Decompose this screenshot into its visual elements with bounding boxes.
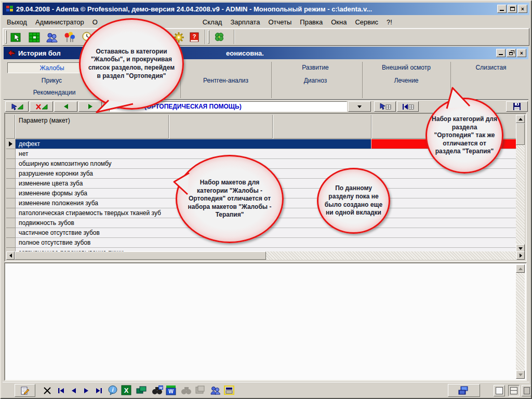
tab-lechenie[interactable]: Лечение bbox=[365, 77, 448, 85]
balloons-button[interactable] bbox=[62, 30, 77, 45]
mdi-restore-icon bbox=[509, 52, 513, 55]
nav-prev-icon bbox=[71, 388, 77, 394]
menu-sklad[interactable]: Склад bbox=[198, 17, 227, 27]
prev-arrow-icon bbox=[63, 103, 69, 110]
menu-okna[interactable]: Окна bbox=[327, 17, 351, 27]
prev-category-button[interactable] bbox=[54, 101, 77, 112]
toolbar-gripper[interactable] bbox=[5, 30, 7, 44]
callout-text: Набор категорий для раздела "Ортопедия" … bbox=[427, 113, 502, 158]
next-category-button[interactable] bbox=[78, 101, 102, 112]
tab-rekomendacii[interactable]: Рекомендации bbox=[11, 89, 97, 97]
clover-icon bbox=[213, 31, 225, 44]
export-word-button[interactable]: W bbox=[165, 384, 177, 396]
vscrollbar-thumb[interactable] bbox=[516, 123, 525, 145]
callout-scroll-sections: Оставаясь в категории "Жалобы", и прокру… bbox=[79, 18, 184, 110]
menu-otchety[interactable]: Отчеты bbox=[264, 17, 296, 27]
cell-text: полное отсутствие зубов bbox=[19, 239, 90, 246]
cell-text: разрушение коронки зуба bbox=[19, 170, 93, 177]
help-button[interactable]: ? bbox=[187, 30, 202, 45]
clover-button[interactable] bbox=[212, 30, 227, 45]
nav-first-icon bbox=[58, 388, 65, 394]
minimize-icon bbox=[500, 9, 504, 11]
grid-header-label: Параметр (макет) bbox=[19, 117, 70, 124]
delete-category-button[interactable] bbox=[30, 101, 53, 112]
scroll-right-button[interactable] bbox=[516, 251, 525, 260]
nav-first-button[interactable] bbox=[56, 385, 66, 396]
minimize-button[interactable] bbox=[497, 5, 507, 13]
mdi-close-button[interactable]: × bbox=[517, 49, 526, 57]
layout-full-button[interactable] bbox=[522, 385, 532, 396]
panel-scroll-up-button[interactable] bbox=[516, 264, 525, 273]
maximize-button[interactable] bbox=[508, 5, 517, 13]
menu-servis[interactable]: Сервис bbox=[351, 17, 382, 27]
delete-record-button[interactable] bbox=[42, 385, 53, 396]
nav-next-icon bbox=[83, 388, 89, 394]
menu-administrator[interactable]: Администратор bbox=[31, 17, 88, 27]
tab-prikus[interactable]: Прикус bbox=[11, 77, 92, 85]
patients-bottom-button[interactable] bbox=[209, 384, 221, 396]
next-arrow-icon bbox=[87, 103, 94, 110]
pointer-arrow-icon bbox=[10, 103, 24, 111]
tab-slizistaya[interactable]: Слизистая bbox=[452, 64, 530, 72]
chevron-down-icon bbox=[357, 105, 362, 110]
patients-button[interactable] bbox=[45, 30, 59, 45]
arrow-up-icon bbox=[518, 116, 523, 121]
layout-pointer-button[interactable] bbox=[374, 101, 396, 112]
export-excel-button[interactable]: X bbox=[121, 384, 132, 396]
edit-button[interactable] bbox=[15, 384, 35, 397]
tab-vneshniy-osmotr[interactable]: Внешний осмотр bbox=[365, 64, 448, 72]
mdi-title-right: еонисовна. bbox=[226, 49, 264, 57]
find-in-word-button[interactable]: W bbox=[151, 384, 164, 396]
nav-last-button[interactable] bbox=[94, 385, 104, 396]
close-button[interactable]: × bbox=[518, 5, 527, 13]
nav-prev-button[interactable] bbox=[69, 385, 79, 396]
svg-text:W: W bbox=[168, 389, 174, 394]
mdi-restore-button[interactable] bbox=[507, 49, 516, 57]
application-window: 29.04.2008 - Adenta © Professional, демо… bbox=[0, 0, 532, 399]
scroll-left-button[interactable] bbox=[6, 251, 15, 260]
menu-zarplata[interactable]: Зарплата bbox=[226, 17, 264, 27]
info-button[interactable]: i bbox=[107, 384, 118, 396]
scroll-up-button[interactable] bbox=[516, 115, 525, 123]
grid-tool-button[interactable] bbox=[27, 30, 42, 45]
tab-rentgen-analiz[interactable]: Рентген-анализ bbox=[183, 77, 269, 85]
menu-partial[interactable]: О bbox=[88, 17, 102, 27]
cell-text: изменение формы зуба bbox=[19, 190, 87, 197]
mdi-minimize-button[interactable] bbox=[496, 49, 506, 57]
app-title: 29.04.2008 - Adenta © Professional, демо… bbox=[16, 5, 496, 13]
panel-vscrollbar[interactable] bbox=[516, 264, 525, 379]
info-icon: i bbox=[108, 385, 118, 395]
nav-next-button[interactable] bbox=[81, 385, 91, 396]
tab-divider bbox=[450, 62, 451, 98]
table-row[interactable]: полное отсутствие зубов bbox=[16, 238, 516, 248]
layout-first-button[interactable] bbox=[397, 101, 419, 112]
menu-help[interactable]: ?! bbox=[382, 17, 396, 27]
hscrollbar-thumb[interactable] bbox=[15, 251, 266, 260]
save-window-icon bbox=[224, 385, 234, 395]
save-window-button[interactable] bbox=[223, 384, 235, 396]
save-button[interactable] bbox=[506, 101, 528, 112]
layout-split-button[interactable] bbox=[508, 385, 520, 396]
grid-hscrollbar[interactable] bbox=[6, 251, 525, 260]
help-book-icon: ? bbox=[188, 31, 201, 44]
toolbar-separator-2 bbox=[234, 30, 235, 44]
callout-text: Набор макетов для категории "Жалобы - Ор… bbox=[177, 176, 282, 222]
toolbar-gripper-2[interactable] bbox=[208, 30, 209, 44]
export-shapes-icon bbox=[136, 385, 147, 395]
tab-diagnoz[interactable]: Диагноз bbox=[274, 77, 357, 85]
word-icon: W bbox=[166, 385, 176, 395]
panel-scroll-down-button[interactable] bbox=[516, 370, 525, 379]
delete-x-icon bbox=[43, 387, 51, 395]
cascade-windows-button[interactable] bbox=[448, 384, 480, 397]
confirm-category-button[interactable] bbox=[5, 101, 29, 112]
export-button[interactable] bbox=[135, 384, 148, 396]
tab-razvitie[interactable]: Развитие bbox=[274, 64, 357, 72]
first-grid-icon bbox=[402, 103, 414, 111]
layout-single-button[interactable] bbox=[494, 385, 505, 396]
grid-vscrollbar[interactable] bbox=[516, 115, 525, 252]
app-title-bar[interactable]: 29.04.2008 - Adenta © Professional, демо… bbox=[3, 3, 529, 15]
category-dropdown-open-button[interactable] bbox=[348, 101, 371, 112]
menu-exit[interactable]: Выход bbox=[3, 17, 31, 27]
menu-pravka[interactable]: Правка bbox=[296, 17, 327, 27]
pointer-tool-button[interactable] bbox=[9, 30, 24, 45]
